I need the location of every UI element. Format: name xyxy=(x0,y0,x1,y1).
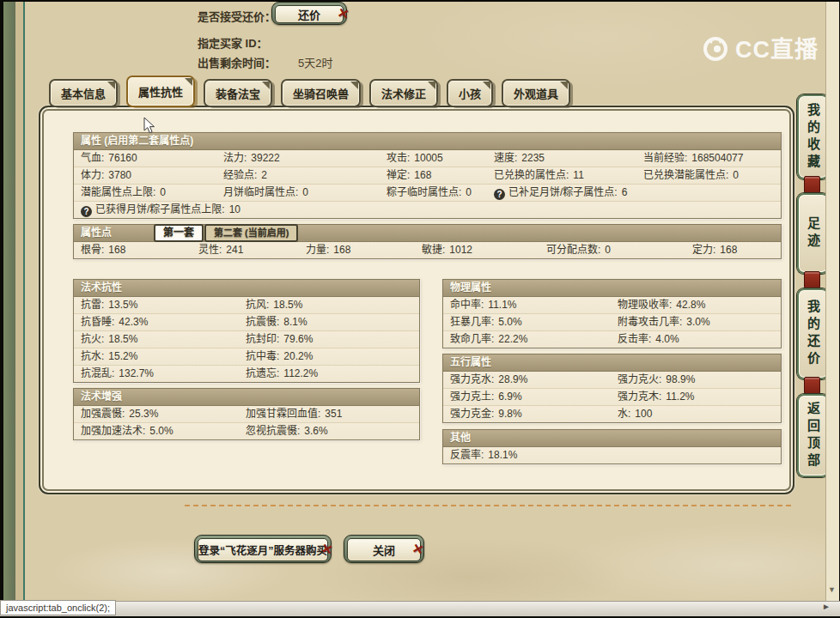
cc-live-watermark: CC直播 xyxy=(701,31,819,64)
tab-label: 小孩 xyxy=(459,85,481,101)
side-tab-back-to-top[interactable]: 返回顶部 xyxy=(797,394,829,477)
tab-label: 基本信息 xyxy=(61,85,106,101)
stat-label: 敏捷: xyxy=(422,244,445,256)
stat-label: 致命几率: xyxy=(450,333,494,345)
tab-child[interactable]: 小孩 xyxy=(447,79,493,107)
stat-label: 抗火: xyxy=(81,333,104,345)
resist-row: 抗混乱:132.7% 抗遗忘:112.2% xyxy=(74,366,419,382)
login-server-buy-button[interactable]: 登录“飞花逐月”服务器购买 xyxy=(194,535,332,563)
stat-label: 强力克木: xyxy=(618,391,661,403)
stat-label: 已兑换的属性点: xyxy=(494,169,569,181)
attributes-row: 气血:76160 法力:39222 攻击:10005 速度:2235 当前经验:… xyxy=(74,150,781,167)
stat-label: 忽视抗震慑: xyxy=(246,425,300,437)
tab-mount-summon-pet[interactable]: 坐骑召唤兽 xyxy=(281,79,361,107)
stat-item: 潜能属性点上限:0 xyxy=(81,185,223,201)
buyer-id-label: 指定买家 ID： xyxy=(198,34,268,51)
stat-item: 抗火:18.5% xyxy=(81,331,246,348)
attributes-row: 体力:3780 经验点:2 禅定:168 已兑换的属性点:11 已兑换潜能属性点… xyxy=(74,167,781,185)
scroll-right-arrow-icon[interactable]: ► xyxy=(822,602,831,611)
cc-live-logo-icon xyxy=(701,33,730,63)
stat-item: 强力克金:9.8% xyxy=(450,406,618,422)
stat-item: 月饼临时属性点:0 xyxy=(223,185,387,201)
tab-basic-info[interactable]: 基本信息 xyxy=(49,79,118,107)
side-tab-my-favorites[interactable]: 我的收藏 xyxy=(797,94,829,179)
side-tab-my-counteroffers[interactable]: 我的还价 xyxy=(797,288,829,379)
stat-label: 强力克火: xyxy=(618,373,661,385)
other-section: 其他 反震率:18.1% xyxy=(442,429,782,464)
stat-item: ?已补足月饼/粽子属性点:6 xyxy=(494,185,643,201)
stat-label: 抗中毒: xyxy=(246,350,279,362)
tab-appearance-items[interactable]: 外观道具 xyxy=(502,79,570,107)
five-elements-row: 强力克土:6.9% 强力克木:11.2% xyxy=(443,389,781,406)
stat-item: 狂暴几率:5.0% xyxy=(450,314,618,330)
stat-item: 忽视抗震慑:3.6% xyxy=(246,423,412,439)
stat-label: 加强震慑: xyxy=(81,408,125,420)
stat-value: 3780 xyxy=(108,169,131,181)
tab-point-set-2[interactable]: 第二套 (当前启用) xyxy=(204,224,298,242)
tab-label: 属性抗性 xyxy=(138,83,183,100)
stat-value: 25.3% xyxy=(129,408,158,420)
counter-offer-button[interactable]: 还价 xyxy=(271,2,347,25)
screen: CC直播 是否接受还价： 还价 × 指定买家 ID： 出售剩余时间： 5天2时 … xyxy=(0,0,840,618)
stat-value: 0 xyxy=(605,244,611,256)
stat-label: 月饼临时属性点: xyxy=(223,186,298,198)
stat-value: 2 xyxy=(261,169,267,181)
stat-label: 体力: xyxy=(81,169,104,181)
stat-item: 附毒攻击几率:3.0% xyxy=(618,314,774,330)
stat-item: 法力:39222 xyxy=(223,150,387,167)
stat-item: 已兑换的属性点:11 xyxy=(494,167,643,184)
stat-label: 定力: xyxy=(692,244,715,256)
login-server-buy-button-label: 登录“飞花逐月”服务器购买 xyxy=(198,538,328,561)
horizontal-scrollbar[interactable] xyxy=(0,601,840,616)
physical-attributes-title: 物理属性 xyxy=(443,280,781,297)
side-tab-footprints[interactable]: 足迹 xyxy=(797,193,829,274)
stat-value: 5.0% xyxy=(149,425,173,437)
stat-item: 反震率:18.1% xyxy=(450,447,774,464)
magic-enhance-section: 法术增强 加强震慑:25.3% 加强甘霖回血值:351 加强加速法术:5.0% … xyxy=(73,388,420,440)
stat-label: 已兑换潜能属性点: xyxy=(643,169,728,181)
help-icon[interactable]: ? xyxy=(494,189,505,200)
attribute-points-title: 属性点 xyxy=(81,227,112,239)
resist-row: 抗雷:13.5% 抗风:18.5% xyxy=(74,297,419,314)
physical-row: 致命几率:22.2% 反击率:4.0% xyxy=(443,331,781,348)
mouse-cursor xyxy=(143,117,155,135)
stat-label: 抗封印: xyxy=(246,333,279,345)
stat-label: 抗昏睡: xyxy=(81,316,114,328)
stat-item: 敏捷:1012 xyxy=(422,242,546,258)
resist-row: 抗昏睡:42.3% 抗震慑:8.1% xyxy=(74,314,419,331)
resist-row: 抗水:15.2% 抗中毒:20.2% xyxy=(74,348,419,366)
five-elements-section: 五行属性 强力克水:28.9% 强力克火:98.9% 强力克土:6.9% 强力克… xyxy=(442,354,782,423)
stat-value: 0 xyxy=(160,186,166,198)
stat-item: 抗风:18.5% xyxy=(246,297,412,313)
stat-label: 强力克土: xyxy=(450,391,494,403)
stat-label: 强力克金: xyxy=(450,408,494,420)
tab-equipment-treasure[interactable]: 装备法宝 xyxy=(204,79,272,107)
stat-label: 已获得月饼/粽子属性点上限: xyxy=(95,203,225,215)
side-tab-connector xyxy=(804,377,820,394)
stat-value: 168 xyxy=(333,244,350,256)
stat-item: 禅定:168 xyxy=(387,167,494,184)
stat-label: 当前经验: xyxy=(643,152,687,164)
stat-label: 抗遗忘: xyxy=(246,367,279,379)
stat-item: 抗水:15.2% xyxy=(81,348,246,365)
stat-value: 0 xyxy=(466,186,472,198)
scroll-down-arrow-icon[interactable]: ▼ xyxy=(828,585,836,594)
vertical-scrollbar-strip[interactable] xyxy=(825,2,839,601)
help-icon[interactable]: ? xyxy=(81,206,92,217)
stat-value: 18.5% xyxy=(273,299,302,311)
tab-attributes-resistance[interactable]: 属性抗性 xyxy=(126,76,195,107)
stat-item: 强力克土:6.9% xyxy=(450,389,618,405)
stat-value: 0 xyxy=(302,186,308,198)
stat-item: 抗雷:13.5% xyxy=(81,297,246,313)
browser-status-bar: javascript:tab_onclick(2); xyxy=(0,600,116,615)
stat-value: 18.1% xyxy=(488,449,517,461)
tab-spell-correction[interactable]: 法术修正 xyxy=(369,79,438,107)
stat-value: 1012 xyxy=(449,244,472,256)
tab-point-set-1[interactable]: 第一套 xyxy=(154,224,204,242)
stat-value: 22.2% xyxy=(498,333,527,345)
stat-label: 抗风: xyxy=(246,299,269,311)
stat-value: 11.1% xyxy=(488,299,516,311)
attributes-row: 潜能属性点上限:0 月饼临时属性点:0 粽子临时属性点:0 ?已补足月饼/粽子属… xyxy=(74,185,781,202)
stat-value: 10 xyxy=(229,203,240,215)
stat-value: 100 xyxy=(635,408,652,420)
